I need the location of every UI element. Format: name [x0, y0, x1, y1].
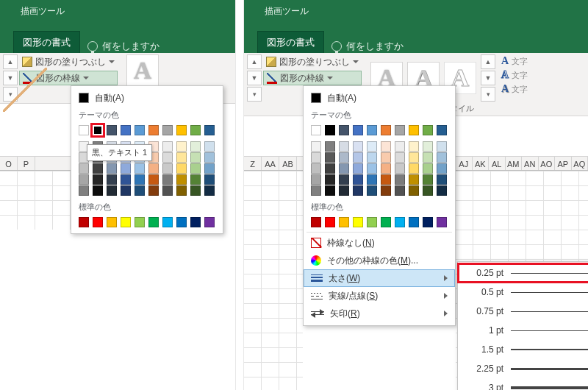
weight-option[interactable]: 0.5 pt	[458, 283, 588, 302]
color-swatch[interactable]	[423, 217, 433, 227]
weight-option[interactable]: 0.25 pt	[458, 263, 588, 283]
color-swatch[interactable]	[107, 174, 117, 185]
color-swatch[interactable]	[162, 141, 173, 152]
color-swatch[interactable]	[311, 141, 321, 152]
tell-me-search[interactable]: 何をしますか	[331, 40, 404, 53]
color-swatch[interactable]	[162, 174, 173, 185]
color-swatch[interactable]	[381, 217, 391, 227]
column-header[interactable]: AK	[473, 157, 490, 170]
color-swatch[interactable]	[176, 141, 187, 152]
color-swatch[interactable]	[367, 141, 377, 152]
color-swatch[interactable]	[93, 125, 103, 135]
gallery-more-icon[interactable]: ▾	[247, 87, 262, 102]
color-swatch[interactable]	[93, 174, 103, 185]
color-swatch[interactable]	[353, 141, 363, 152]
color-swatch[interactable]	[367, 217, 377, 227]
color-swatch[interactable]	[437, 217, 447, 227]
color-swatch[interactable]	[423, 152, 433, 163]
color-swatch[interactable]	[409, 125, 419, 135]
color-swatch[interactable]	[148, 163, 159, 174]
column-headers[interactable]: ZAAAB	[244, 156, 303, 171]
color-swatch[interactable]	[339, 141, 349, 152]
color-swatch[interactable]	[204, 163, 215, 174]
color-swatch[interactable]	[204, 174, 215, 185]
color-swatch[interactable]	[148, 217, 159, 227]
column-headers[interactable]: OP	[0, 156, 71, 171]
color-swatch[interactable]	[204, 217, 215, 227]
gallery-up-icon[interactable]: ▲	[3, 54, 18, 69]
color-swatch[interactable]	[353, 125, 363, 135]
color-swatch[interactable]	[409, 141, 419, 152]
color-swatch[interactable]	[325, 217, 335, 227]
column-header[interactable]: Z	[244, 157, 262, 170]
color-swatch[interactable]	[423, 163, 433, 174]
color-swatch[interactable]	[409, 185, 419, 196]
shape-fill-button[interactable]: 図形の塗りつぶし	[19, 54, 118, 69]
shape-outline-button[interactable]: 図形の枠線	[263, 71, 362, 85]
color-swatch[interactable]	[148, 174, 159, 185]
gallery-more-icon[interactable]: ▾	[481, 87, 495, 102]
text-effects-button[interactable]: A 文字	[501, 82, 528, 96]
color-swatch[interactable]	[395, 152, 405, 163]
color-swatch[interactable]	[107, 217, 117, 227]
color-swatch[interactable]	[204, 125, 215, 135]
color-swatch[interactable]	[79, 174, 89, 185]
color-swatch[interactable]	[339, 174, 349, 185]
color-swatch[interactable]	[135, 185, 145, 196]
color-swatch[interactable]	[79, 125, 89, 135]
color-swatch[interactable]	[190, 152, 201, 163]
color-swatch[interactable]	[353, 185, 363, 196]
weight-option[interactable]: 0.75 pt	[458, 302, 588, 321]
color-swatch[interactable]	[79, 217, 89, 227]
color-swatch[interactable]	[423, 125, 433, 135]
color-swatch[interactable]	[311, 125, 321, 135]
color-swatch[interactable]	[325, 141, 335, 152]
color-swatch[interactable]	[162, 217, 173, 227]
column-header[interactable]: O	[0, 157, 18, 170]
color-swatch[interactable]	[190, 163, 201, 174]
color-swatch[interactable]	[148, 185, 159, 196]
color-swatch[interactable]	[325, 152, 335, 163]
column-header[interactable]: AP	[555, 157, 572, 170]
color-swatch[interactable]	[162, 163, 173, 174]
color-swatch[interactable]	[176, 174, 187, 185]
color-swatch[interactable]	[339, 217, 349, 227]
color-swatch[interactable]	[190, 185, 201, 196]
color-swatch[interactable]	[367, 185, 377, 196]
no-outline-item[interactable]: 枠線なし(N)	[304, 234, 455, 252]
shape-fill-button[interactable]: 図形の塗りつぶし	[263, 54, 362, 69]
color-swatch[interactable]	[437, 174, 447, 185]
weight-option[interactable]: 1 pt	[458, 321, 588, 340]
color-swatch[interactable]	[353, 163, 363, 174]
gallery-up-icon[interactable]: ▲	[247, 54, 262, 69]
color-swatch[interactable]	[367, 174, 377, 185]
worksheet-grid[interactable]: ZAAAB	[244, 156, 303, 390]
color-swatch[interactable]	[409, 163, 419, 174]
color-swatch[interactable]	[437, 141, 447, 152]
color-swatch[interactable]	[190, 174, 201, 185]
color-swatch[interactable]	[437, 163, 447, 174]
column-headers[interactable]: AJAKALAMANAOAPAQ	[456, 156, 588, 171]
text-fill-button[interactable]: A 文字	[501, 54, 528, 68]
color-swatch[interactable]	[325, 125, 335, 135]
color-swatch[interactable]	[395, 185, 405, 196]
text-outline-button[interactable]: A 文字	[501, 68, 528, 82]
color-swatch[interactable]	[162, 125, 173, 135]
color-swatch[interactable]	[121, 163, 131, 174]
color-swatch[interactable]	[367, 125, 377, 135]
gallery-down-icon[interactable]: ▼	[247, 71, 262, 85]
color-swatch[interactable]	[339, 152, 349, 163]
color-swatch[interactable]	[353, 174, 363, 185]
column-header[interactable]: AL	[489, 157, 506, 170]
color-swatch[interactable]	[204, 185, 215, 196]
color-swatch[interactable]	[353, 217, 363, 227]
color-swatch[interactable]	[395, 174, 405, 185]
color-swatch[interactable]	[93, 185, 103, 196]
color-swatch[interactable]	[339, 185, 349, 196]
color-swatch[interactable]	[176, 125, 187, 135]
auto-color-item[interactable]: 自動(A)	[304, 89, 455, 107]
color-swatch[interactable]	[190, 217, 201, 227]
color-swatch[interactable]	[339, 125, 349, 135]
color-swatch[interactable]	[353, 152, 363, 163]
column-header[interactable]: AO	[539, 157, 556, 170]
